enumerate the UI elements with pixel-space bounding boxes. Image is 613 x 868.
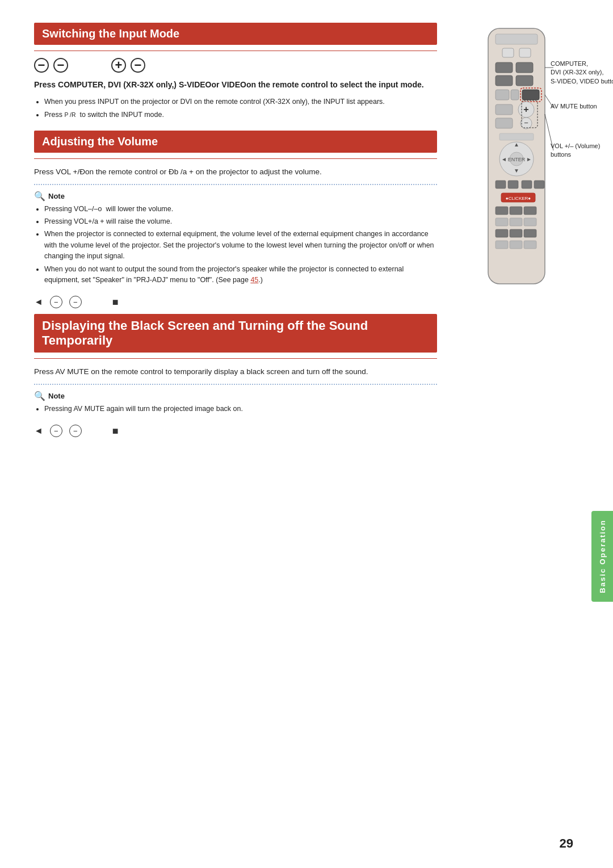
svg-rect-34 [510, 207, 522, 215]
svg-text:●CLICKER●: ●CLICKER● [506, 196, 531, 201]
svg-rect-10 [496, 90, 509, 100]
note-icon: 🔍 [34, 191, 45, 202]
section1-title: Switching the Input Mode [42, 27, 429, 40]
svg-rect-37 [510, 218, 522, 226]
svg-rect-1 [496, 34, 538, 44]
svg-rect-7 [516, 76, 533, 86]
svg-rect-3 [519, 48, 531, 57]
section2-title: Adjusting the Volume [42, 135, 429, 148]
section-black-screen: Displaying the Black Screen and Turning … [34, 314, 437, 414]
bottom-symbols-1: ◄ − − ■ [34, 296, 437, 308]
bullet-item: When you do not want to output the sound… [44, 264, 437, 286]
annotation-av-mute: AV MUTE button [551, 102, 613, 111]
svg-rect-44 [524, 241, 536, 249]
section2-body: Press VOL +/Ðon the remote control or Ðb… [34, 166, 437, 178]
svg-text:▼: ▼ [514, 167, 519, 174]
svg-rect-19 [499, 133, 534, 140]
svg-rect-40 [510, 229, 522, 237]
svg-text:◄: ◄ [501, 156, 507, 162]
svg-rect-36 [496, 218, 508, 226]
bullet-item: When the projector is connected to exter… [44, 229, 437, 262]
square-icon-2: ■ [112, 425, 119, 437]
dotted-sep-2 [34, 384, 437, 385]
symbol-row: − − + − [34, 58, 437, 73]
section2-note-bullets: Pressing VOL–/–o will lower the volume. … [44, 204, 437, 286]
section2-note: 🔍 Note Pressing VOL–/–o will lower the v… [34, 191, 437, 286]
svg-rect-4 [496, 62, 513, 73]
svg-rect-30 [534, 181, 544, 188]
section3-note-bullets: Pressing AV MUTE again will turn the pro… [44, 404, 437, 414]
section2-header: Adjusting the Volume [34, 131, 437, 153]
page-number: 29 [560, 836, 573, 851]
left-column: Switching the Input Mode − − + − Press C… [34, 23, 437, 443]
arrow-left-icon-2: ◄ [34, 426, 43, 436]
section-switching-input: Switching the Input Mode − − + − Press C… [34, 23, 437, 120]
svg-rect-6 [496, 76, 513, 86]
sym-circle-minus-1: − [34, 58, 49, 73]
sym-circle-minus-2: − [53, 58, 68, 73]
svg-rect-8 [522, 90, 539, 100]
note-label-3: 🔍 Note [34, 391, 437, 401]
note-label: 🔍 Note [34, 191, 437, 202]
circle-minus-icon-2: − [69, 296, 82, 308]
bullet-item: Press P /R to switch the INPUT mode. [44, 110, 437, 120]
section3-header: Displaying the Black Screen and Turning … [34, 314, 437, 353]
svg-rect-28 [508, 181, 518, 188]
svg-rect-5 [516, 62, 533, 73]
section1-bullets: When you press INPUT on the projector or… [44, 97, 437, 120]
svg-rect-2 [502, 48, 514, 57]
annotation-computer: COMPUTER,DVI (XR-32X only),S-VIDEO, VIDE… [551, 60, 613, 86]
section1-body: Press COMPUTER, DVI (XR-32X only,) S-VID… [34, 78, 437, 91]
sym-circle-plus: + [111, 58, 126, 73]
side-tab: Basic Operation [591, 511, 613, 602]
section3-body: Press AV MUTE on the remote control to t… [34, 366, 437, 378]
note-text-3: Note [48, 392, 65, 400]
section3-divider [34, 358, 437, 359]
svg-rect-15 [496, 118, 513, 128]
section3-title: Displaying the Black Screen and Turning … [42, 318, 429, 348]
svg-text:▲: ▲ [514, 141, 519, 148]
section2-divider [34, 158, 437, 159]
svg-rect-27 [496, 181, 506, 188]
side-tab-label: Basic Operation [598, 519, 607, 593]
section1-divider [34, 51, 437, 51]
svg-rect-38 [524, 218, 536, 226]
svg-text:+: + [523, 104, 528, 114]
svg-rect-43 [510, 241, 522, 249]
remote-container: + − ▲ ▼ ◄ [454, 23, 579, 297]
circle-minus-icon-4: − [69, 425, 82, 437]
page-container: Basic Operation 29 Switching the Input M… [0, 0, 613, 868]
svg-text:►: ► [526, 156, 532, 162]
svg-text:−: − [524, 119, 528, 127]
bullet-item: Pressing AV MUTE again will turn the pro… [44, 404, 437, 414]
dotted-sep [34, 184, 437, 185]
note-text: Note [48, 192, 65, 200]
arrow-left-icon: ◄ [34, 297, 43, 307]
note-icon-3: 🔍 [34, 391, 45, 401]
bullet-item: Pressing VOL+/a + will raise the volume. [44, 216, 437, 227]
section1-header: Switching the Input Mode [34, 23, 437, 45]
section-volume: Adjusting the Volume Press VOL +/Ðon the… [34, 131, 437, 286]
section3-note: 🔍 Note Pressing AV MUTE again will turn … [34, 391, 437, 414]
svg-rect-39 [496, 229, 508, 237]
circle-minus-icon-3: − [50, 425, 62, 437]
annotation-vol: VOL +/– (Volume)buttons [551, 142, 613, 160]
main-layout: Switching the Input Mode − − + − Press C… [34, 23, 579, 443]
remote-wrapper: + − ▲ ▼ ◄ [463, 23, 570, 297]
page-link[interactable]: 45 [250, 276, 258, 284]
bullet-item: When you press INPUT on the projector or… [44, 97, 437, 107]
circle-minus-icon-1: − [50, 296, 62, 308]
svg-text:ENTER: ENTER [508, 157, 526, 162]
svg-rect-11 [511, 90, 519, 100]
bullet-item: Pressing VOL–/–o will lower the volume. [44, 204, 437, 215]
square-icon: ■ [112, 296, 119, 308]
svg-rect-35 [524, 207, 536, 215]
svg-rect-12 [496, 104, 513, 115]
right-column: + − ▲ ▼ ◄ [454, 23, 579, 443]
sym-circle-minus-3: − [131, 58, 145, 73]
svg-rect-41 [524, 229, 536, 237]
svg-rect-33 [496, 207, 508, 215]
svg-rect-42 [496, 241, 508, 249]
svg-rect-29 [522, 181, 532, 188]
bottom-symbols-2: ◄ − − ■ [34, 425, 437, 437]
